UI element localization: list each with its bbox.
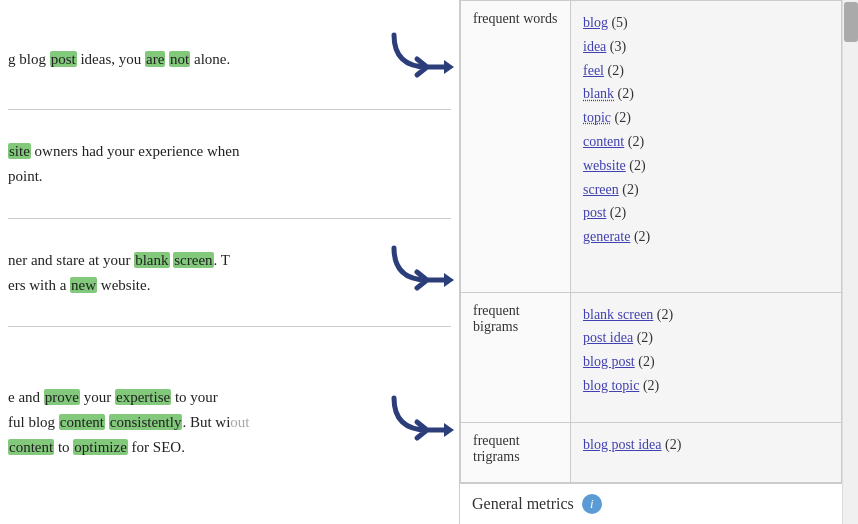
left-panel: g blog post ideas, you are not alone. si… — [0, 0, 460, 524]
text-row-1: g blog post ideas, you are not alone. — [0, 10, 459, 109]
list-item: post idea (2) — [583, 326, 829, 350]
table-row-bigrams: frequentbigrams blank screen (2) post id… — [461, 292, 842, 423]
metrics-table: frequent words blog (5) idea (3) feel (2… — [460, 0, 842, 483]
word-blog-post-idea[interactable]: blog post idea — [583, 437, 662, 452]
arrow-1 — [384, 27, 459, 92]
highlight-prove: prove — [44, 389, 80, 405]
count-blog-post-idea: (2) — [665, 437, 681, 452]
highlight-blank: blank — [134, 252, 169, 268]
word-screen[interactable]: screen — [583, 182, 619, 197]
word-blog-topic[interactable]: blog topic — [583, 378, 639, 393]
count-blank-screen: (2) — [657, 307, 673, 322]
arrow-3 — [384, 240, 459, 305]
word-website[interactable]: website — [583, 158, 626, 173]
highlight-optimize: optimize — [73, 439, 128, 455]
list-item: blog post (2) — [583, 350, 829, 374]
arrow-4 — [384, 390, 459, 455]
text-body-4: e and prove your expertise to your ful b… — [8, 385, 384, 459]
svg-marker-0 — [444, 60, 454, 74]
list-item: blog (5) — [583, 11, 829, 35]
highlight-new: new — [70, 277, 97, 293]
cell-trigrams: blog post idea (2) — [571, 423, 842, 483]
word-idea[interactable]: idea — [583, 39, 606, 54]
svg-marker-1 — [444, 273, 454, 287]
count-post-idea: (2) — [637, 330, 653, 345]
count-post: (2) — [610, 205, 626, 220]
count-screen: (2) — [622, 182, 638, 197]
cell-bigrams: blank screen (2) post idea (2) blog post… — [571, 292, 842, 423]
cell-frequent-words: blog (5) idea (3) feel (2) blank (2) top… — [571, 1, 842, 293]
count-idea: (3) — [610, 39, 626, 54]
highlight-content2: content — [8, 439, 54, 455]
list-item: blog topic (2) — [583, 374, 829, 398]
highlight-post: post — [50, 51, 77, 67]
count-blog-topic: (2) — [643, 378, 659, 393]
word-post[interactable]: post — [583, 205, 606, 220]
scrollbar[interactable] — [842, 0, 858, 524]
text-row-2: site owners had your experience whenpoin… — [0, 110, 459, 217]
right-panel-outer: frequent words blog (5) idea (3) feel (2… — [460, 0, 858, 524]
word-content[interactable]: content — [583, 134, 624, 149]
count-topic: (2) — [615, 110, 631, 125]
word-blank-screen[interactable]: blank screen — [583, 307, 653, 322]
word-generate[interactable]: generate — [583, 229, 630, 244]
text-row-3: ner and stare at your blank screen. T er… — [0, 219, 459, 326]
highlight-content: content — [59, 414, 105, 430]
word-blank[interactable]: blank — [583, 86, 614, 101]
info-icon[interactable]: i — [582, 494, 602, 514]
list-item: website (2) — [583, 154, 829, 178]
count-content: (2) — [628, 134, 644, 149]
highlight-consistently: consistently — [109, 414, 183, 430]
word-blog[interactable]: blog — [583, 15, 608, 30]
list-item: blank (2) — [583, 82, 829, 106]
count-blank: (2) — [618, 86, 634, 101]
left-content: g blog post ideas, you are not alone. si… — [0, 10, 459, 514]
highlight-screen: screen — [173, 252, 213, 268]
highlight-expertise: expertise — [115, 389, 171, 405]
text-body-3: ner and stare at your blank screen. T er… — [8, 248, 384, 298]
word-topic[interactable]: topic — [583, 110, 611, 125]
highlight-not: not — [169, 51, 190, 67]
table-row-frequent-words: frequent words blog (5) idea (3) feel (2… — [461, 1, 842, 293]
list-item: topic (2) — [583, 106, 829, 130]
count-blog-post: (2) — [638, 354, 654, 369]
word-blog-post[interactable]: blog post — [583, 354, 635, 369]
word-post-idea[interactable]: post idea — [583, 330, 633, 345]
list-item: feel (2) — [583, 59, 829, 83]
highlight-site: site — [8, 143, 31, 159]
count-blog: (5) — [611, 15, 627, 30]
list-item: generate (2) — [583, 225, 829, 249]
list-item: content (2) — [583, 130, 829, 154]
text-body-1: g blog post ideas, you are not alone. — [8, 47, 384, 72]
count-generate: (2) — [634, 229, 650, 244]
general-metrics-section: General metrics i — [460, 483, 842, 524]
count-feel: (2) — [607, 63, 623, 78]
list-item: screen (2) — [583, 178, 829, 202]
text-body-2: site owners had your experience whenpoin… — [8, 139, 384, 189]
general-metrics-label: General metrics — [472, 495, 574, 513]
word-feel[interactable]: feel — [583, 63, 604, 78]
label-bigrams: frequentbigrams — [461, 292, 571, 423]
highlight-are: are — [145, 51, 165, 67]
count-website: (2) — [629, 158, 645, 173]
list-item: post (2) — [583, 201, 829, 225]
list-item: blank screen (2) — [583, 303, 829, 327]
label-frequent-words: frequent words — [461, 1, 571, 293]
label-trigrams: frequenttrigrams — [461, 423, 571, 483]
list-item: blog post idea (2) — [583, 433, 829, 457]
scrollbar-thumb[interactable] — [844, 2, 858, 42]
right-panel: frequent words blog (5) idea (3) feel (2… — [460, 0, 842, 524]
list-item: idea (3) — [583, 35, 829, 59]
text-row-4: e and prove your expertise to your ful b… — [0, 327, 459, 514]
table-row-trigrams: frequenttrigrams blog post idea (2) — [461, 423, 842, 483]
svg-marker-2 — [444, 423, 454, 437]
